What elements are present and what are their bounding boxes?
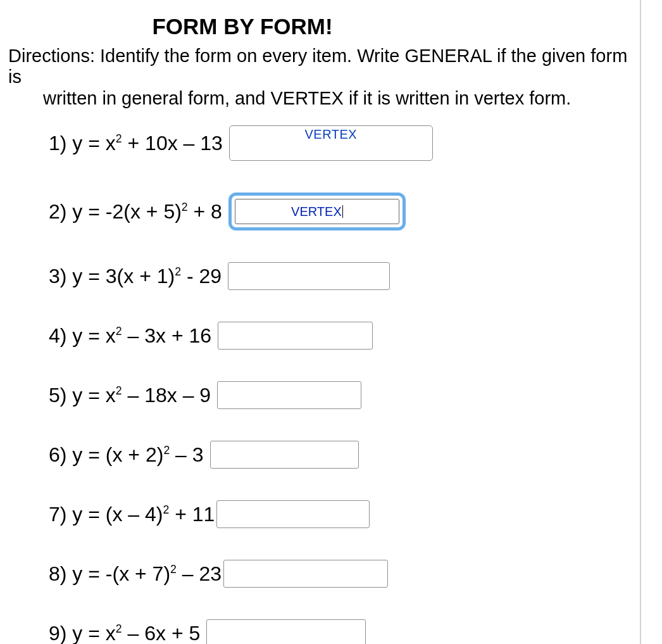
equation: 6) y = (x + 2)2 – 3 xyxy=(49,443,204,467)
item-row: 3) y = 3(x + 1)2 - 29 xyxy=(49,262,659,290)
answer-input-5[interactable] xyxy=(217,381,361,409)
answer-input-9[interactable] xyxy=(206,619,366,644)
directions-line-1: Directions: Identify the form on every i… xyxy=(8,46,627,87)
item-number: 8) xyxy=(49,562,66,585)
equation: 7) y = (x – 4)2 + 11 xyxy=(49,503,215,526)
item-number: 1) xyxy=(49,132,66,155)
item-number: 7) xyxy=(49,503,66,526)
item-row: 4) y = x2 – 3x + 16 xyxy=(49,322,659,350)
items-list: 1) y = x2 + 10x – 13 VERTEX 2) y = -2(x … xyxy=(3,125,659,644)
eq-post: - 29 xyxy=(181,265,222,287)
item-number: 5) xyxy=(49,384,66,407)
eq-sup: 2 xyxy=(116,132,122,145)
directions-text: Directions: Identify the form on every i… xyxy=(3,46,659,109)
answer-input-2[interactable]: VERTEX xyxy=(235,199,399,224)
eq-pre: y = x xyxy=(72,324,115,347)
eq-post: – 6x + 5 xyxy=(122,622,201,644)
eq-pre: y = (x + 2) xyxy=(72,443,163,466)
eq-post: – 18x – 9 xyxy=(122,384,211,407)
typed-text: VERTEX xyxy=(291,205,342,219)
eq-post: + 10x – 13 xyxy=(122,132,223,155)
eq-pre: y = 3(x + 1) xyxy=(72,265,175,287)
eq-post: + 8 xyxy=(188,200,222,223)
item-row: 2) y = -2(x + 5)2 + 8 VERTEX xyxy=(49,193,659,230)
eq-post: + 11 xyxy=(169,503,215,526)
item-row: 8) y = -(x + 7)2 – 23 xyxy=(49,560,659,588)
eq-sup: 2 xyxy=(163,503,170,516)
equation: 1) y = x2 + 10x – 13 xyxy=(49,132,223,155)
item-row: 7) y = (x – 4)2 + 11 xyxy=(49,500,659,528)
eq-post: – 3x + 16 xyxy=(122,324,211,347)
eq-pre: y = -(x + 7) xyxy=(72,562,170,585)
eq-sup: 2 xyxy=(182,201,188,213)
item-row: 5) y = x2 – 18x – 9 xyxy=(49,381,659,409)
equation: 5) y = x2 – 18x – 9 xyxy=(49,384,211,407)
equation: 4) y = x2 – 3x + 16 xyxy=(49,324,211,348)
answer-input-8[interactable] xyxy=(223,560,388,588)
answer-input-2-focus-ring: VERTEX xyxy=(228,193,406,230)
eq-pre: y = x xyxy=(72,132,115,155)
eq-sup: 2 xyxy=(170,563,177,576)
text-cursor xyxy=(342,205,343,218)
eq-post: – 3 xyxy=(170,443,203,466)
eq-pre: y = x xyxy=(72,622,115,644)
equation: 9) y = x2 – 6x + 5 xyxy=(49,622,200,644)
page-right-divider xyxy=(640,0,641,644)
item-number: 6) xyxy=(49,443,66,466)
eq-sup: 2 xyxy=(175,265,181,278)
equation: 3) y = 3(x + 1)2 - 29 xyxy=(49,265,222,288)
equation: 2) y = -2(x + 5)2 + 8 xyxy=(49,200,222,224)
worksheet-page: FORM BY FORM! Directions: Identify the f… xyxy=(0,0,662,644)
eq-pre: y = x xyxy=(72,384,115,407)
eq-sup: 2 xyxy=(116,384,122,397)
page-title: FORM BY FORM! xyxy=(3,14,659,39)
eq-post: – 23 xyxy=(177,562,222,585)
eq-pre: y = (x – 4) xyxy=(72,503,163,526)
answer-input-3[interactable] xyxy=(228,262,390,290)
answer-input-1[interactable]: VERTEX xyxy=(229,125,433,161)
answer-input-6[interactable] xyxy=(210,441,359,469)
eq-pre: y = -2(x + 5) xyxy=(72,200,182,223)
eq-sup: 2 xyxy=(116,325,122,338)
answer-input-4[interactable] xyxy=(218,322,373,350)
answer-text: VERTEX xyxy=(305,127,358,142)
item-row: 9) y = x2 – 6x + 5 xyxy=(49,619,659,644)
eq-sup: 2 xyxy=(116,622,122,635)
eq-sup: 2 xyxy=(163,444,170,457)
answer-text: VERTEX xyxy=(291,205,343,219)
directions-line-2: written in general form, and VERTEX if i… xyxy=(8,88,640,109)
item-number: 2) xyxy=(49,200,66,223)
item-row: 6) y = (x + 2)2 – 3 xyxy=(49,441,659,469)
item-row: 1) y = x2 + 10x – 13 VERTEX xyxy=(49,125,659,161)
answer-input-7[interactable] xyxy=(216,500,370,528)
item-number: 4) xyxy=(49,324,66,347)
item-number: 3) xyxy=(49,265,66,287)
item-number: 9) xyxy=(49,622,66,644)
equation: 8) y = -(x + 7)2 – 23 xyxy=(49,562,222,586)
